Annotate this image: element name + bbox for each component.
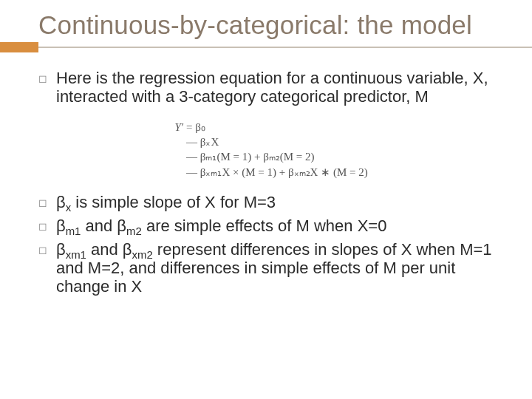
equation-row: Y′ = β₀ (157, 120, 494, 134)
bullet-text: βm1 and βm2 are simple effects of M when… (56, 216, 494, 236)
title-area: Continuous-by-categorical: the model (0, 0, 532, 39)
equation-row: — βₘ₁(M = 1) + βₘ₂(M = 2) (157, 149, 494, 164)
slide: Continuous-by-categorical: the model ◻ H… (0, 0, 532, 399)
slide-body: ◻ Here is the regression equation for a … (0, 52, 532, 296)
equation-row: — βₓX (157, 134, 494, 149)
bullet-icon: ◻ (38, 240, 49, 296)
bullet-text: βx is simple slope of X for M=3 (56, 193, 494, 212)
equation-rhs: — βₘ₁(M = 1) + βₘ₂(M = 2) (186, 149, 315, 164)
bullet-text: βxm1 and βxm2 represent differences in s… (56, 240, 494, 296)
bullet-text: Here is the regression equation for a co… (56, 69, 494, 106)
rule-line (38, 47, 532, 48)
equation-rhs: — βₓₘ₁X × (M = 1) + βₓₘ₂X ∗ (M = 2) (186, 165, 368, 180)
bullet-item: ◻ Here is the regression equation for a … (38, 69, 494, 106)
equation-block: Y′ = β₀ — βₓX — βₘ₁(M = 1) + βₘ₂(M = 2) … (157, 120, 494, 180)
equation-row: — βₓₘ₁X × (M = 1) + βₓₘ₂X ∗ (M = 2) (157, 165, 494, 180)
bullet-icon: ◻ (38, 216, 49, 236)
bullet-item: ◻ βxm1 and βxm2 represent differences in… (38, 240, 494, 296)
bullet-icon: ◻ (38, 193, 49, 212)
accent-block (0, 42, 38, 52)
equation-rhs: — βₓX (186, 134, 219, 149)
equation-rhs: = β₀ (186, 120, 205, 134)
bullet-item: ◻ βx is simple slope of X for M=3 (38, 193, 494, 212)
title-rule (0, 42, 532, 52)
bullet-icon: ◻ (38, 69, 49, 106)
equation-lhs: Y′ (157, 120, 186, 134)
bullet-item: ◻ βm1 and βm2 are simple effects of M wh… (38, 216, 494, 236)
slide-title: Continuous-by-categorical: the model (38, 10, 532, 39)
